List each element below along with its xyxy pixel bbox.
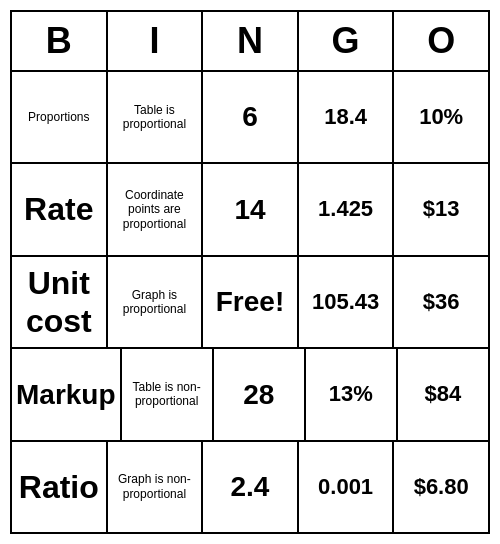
grid-cell-3-4: $84 xyxy=(398,349,488,439)
grid-cell-1-1: Coordinate points are proportional xyxy=(108,164,204,254)
grid-row-3: MarkupTable is non-proportional2813%$84 xyxy=(12,349,488,441)
grid-cell-3-3: 13% xyxy=(306,349,398,439)
header-cell-i: I xyxy=(108,12,204,70)
header-cell-g: G xyxy=(299,12,395,70)
header-cell-o: O xyxy=(394,12,488,70)
grid-cell-4-2: 2.4 xyxy=(203,442,299,532)
grid-cell-1-2: 14 xyxy=(203,164,299,254)
grid-cell-0-2: 6 xyxy=(203,72,299,162)
grid-cell-1-3: 1.425 xyxy=(299,164,395,254)
grid-cell-2-3: 105.43 xyxy=(299,257,395,347)
grid-cell-0-1: Table is proportional xyxy=(108,72,204,162)
grid-row-4: RatioGraph is non-proportional2.40.001$6… xyxy=(12,442,488,532)
grid-cell-1-0: Rate xyxy=(12,164,108,254)
grid-cell-4-3: 0.001 xyxy=(299,442,395,532)
grid: ProportionsTable is proportional618.410%… xyxy=(12,72,488,532)
grid-cell-3-2: 28 xyxy=(214,349,306,439)
grid-row-2: Unit costGraph is proportionalFree!105.4… xyxy=(12,257,488,349)
grid-row-0: ProportionsTable is proportional618.410% xyxy=(12,72,488,164)
grid-cell-4-0: Ratio xyxy=(12,442,108,532)
grid-cell-4-4: $6.80 xyxy=(394,442,488,532)
header-cell-n: N xyxy=(203,12,299,70)
grid-cell-2-1: Graph is proportional xyxy=(108,257,204,347)
header-cell-b: B xyxy=(12,12,108,70)
header-row: BINGO xyxy=(12,12,488,72)
grid-row-1: RateCoordinate points are proportional14… xyxy=(12,164,488,256)
grid-cell-3-1: Table is non-proportional xyxy=(122,349,214,439)
grid-cell-4-1: Graph is non-proportional xyxy=(108,442,204,532)
grid-cell-3-0: Markup xyxy=(12,349,122,439)
grid-cell-1-4: $13 xyxy=(394,164,488,254)
grid-cell-0-0: Proportions xyxy=(12,72,108,162)
grid-cell-0-3: 18.4 xyxy=(299,72,395,162)
bingo-card: BINGO ProportionsTable is proportional61… xyxy=(10,10,490,534)
grid-cell-2-0: Unit cost xyxy=(12,257,108,347)
grid-cell-2-4: $36 xyxy=(394,257,488,347)
grid-cell-0-4: 10% xyxy=(394,72,488,162)
grid-cell-2-2: Free! xyxy=(203,257,299,347)
